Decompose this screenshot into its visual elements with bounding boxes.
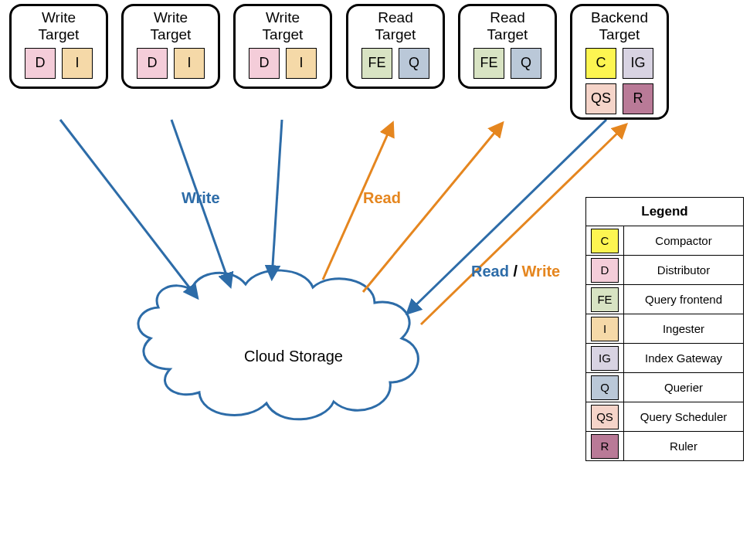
component-Q: Q	[399, 48, 429, 79]
legend-desc-I: Ingester	[624, 314, 743, 343]
wt2-row-0: DI	[124, 48, 218, 79]
target-title-line1: Write	[42, 9, 76, 25]
wt1-box: WriteTargetDI	[9, 4, 108, 89]
component-QS: QS	[585, 83, 616, 114]
legend-swatch-QS: QS	[591, 405, 619, 429]
target-title-line1: Write	[154, 9, 188, 25]
rt1-box: ReadTargetFEQ	[346, 4, 445, 89]
rt2-title: ReadTarget	[460, 9, 555, 43]
wt3-title: WriteTarget	[236, 9, 330, 43]
write-arrow-3	[272, 120, 282, 278]
component-FE: FE	[473, 48, 504, 79]
target-title-line2: Target	[263, 26, 304, 42]
wt1-title: WriteTarget	[12, 9, 106, 43]
legend-desc-IG: Index Gateway	[624, 344, 743, 372]
legend-desc-D: Distributor	[624, 256, 743, 284]
component-R: R	[623, 83, 653, 114]
legend-swatch-D: D	[591, 258, 619, 283]
legend-row-R: RRuler	[586, 432, 743, 460]
legend-row-I: IIngester	[586, 314, 743, 344]
legend-row-QS: QSQuery Scheduler	[586, 402, 743, 432]
legend-key-I: I	[586, 314, 624, 343]
target-title-line2: Target	[599, 26, 640, 42]
rt1-row-0: FEQ	[348, 48, 443, 79]
component-I: I	[62, 48, 93, 79]
target-title-line2: Target	[487, 26, 528, 42]
rt1-title: ReadTarget	[348, 9, 443, 43]
legend-desc-R: Ruler	[624, 432, 743, 460]
legend-desc-C: Compactor	[624, 226, 743, 255]
target-title-line1: Read	[490, 9, 524, 25]
component-D: D	[249, 48, 280, 79]
bt-box: BackendTargetCIGQSR	[570, 4, 669, 120]
write-arrow-1	[60, 120, 197, 297]
read-flow-label: Read	[363, 189, 401, 207]
cloud-storage-label: Cloud Storage	[232, 348, 355, 365]
component-D: D	[137, 48, 168, 79]
legend-key-FE: FE	[586, 285, 624, 314]
legend: Legend CCompactorDDistributorFEQuery fro…	[585, 197, 744, 461]
wt2-box: WriteTargetDI	[121, 4, 220, 89]
component-C: C	[585, 48, 616, 79]
target-title-line2: Target	[375, 26, 416, 42]
legend-row-D: DDistributor	[586, 256, 743, 285]
bt-row-1: QSR	[572, 83, 667, 114]
write-flow-label: Write	[182, 189, 220, 207]
component-FE: FE	[361, 48, 392, 79]
legend-row-C: CCompactor	[586, 226, 743, 256]
component-IG: IG	[623, 48, 653, 79]
bt-row-0: CIG	[572, 48, 667, 79]
legend-key-D: D	[586, 256, 624, 284]
legend-key-R: R	[586, 432, 624, 460]
legend-swatch-Q: Q	[591, 375, 619, 400]
target-title-line1: Write	[266, 9, 300, 25]
legend-key-Q: Q	[586, 373, 624, 402]
target-title-line1: Read	[378, 9, 412, 25]
legend-swatch-I: I	[591, 317, 619, 341]
legend-swatch-R: R	[591, 434, 619, 459]
component-I: I	[174, 48, 205, 79]
component-I: I	[286, 48, 317, 79]
target-title-line2: Target	[151, 26, 192, 42]
legend-desc-Q: Querier	[624, 373, 743, 402]
wt1-row-0: DI	[12, 48, 106, 79]
target-title-line2: Target	[39, 26, 80, 42]
legend-desc-QS: Query Scheduler	[624, 402, 743, 431]
legend-swatch-FE: FE	[591, 287, 619, 312]
rt2-row-0: FEQ	[460, 48, 555, 79]
legend-row-Q: QQuerier	[586, 373, 743, 402]
wt3-box: WriteTargetDI	[233, 4, 332, 89]
legend-key-QS: QS	[586, 402, 624, 431]
readwrite-flow-label: Read / Write	[471, 263, 560, 280]
legend-key-IG: IG	[586, 344, 624, 372]
legend-row-FE: FEQuery frontend	[586, 285, 743, 314]
legend-desc-FE: Query frontend	[624, 285, 743, 314]
rt2-box: ReadTargetFEQ	[458, 4, 557, 89]
backend-write-arrow	[408, 120, 606, 313]
legend-swatch-IG: IG	[591, 346, 619, 371]
bt-title: BackendTarget	[572, 9, 667, 43]
cloud-storage-shape	[138, 270, 418, 419]
wt2-title: WriteTarget	[124, 9, 218, 43]
legend-swatch-C: C	[591, 229, 619, 253]
component-Q: Q	[511, 48, 541, 79]
wt3-row-0: DI	[236, 48, 330, 79]
component-D: D	[25, 48, 56, 79]
target-title-line1: Backend	[591, 9, 648, 25]
legend-row-IG: IGIndex Gateway	[586, 344, 743, 373]
legend-title: Legend	[586, 198, 743, 226]
legend-key-C: C	[586, 226, 624, 255]
